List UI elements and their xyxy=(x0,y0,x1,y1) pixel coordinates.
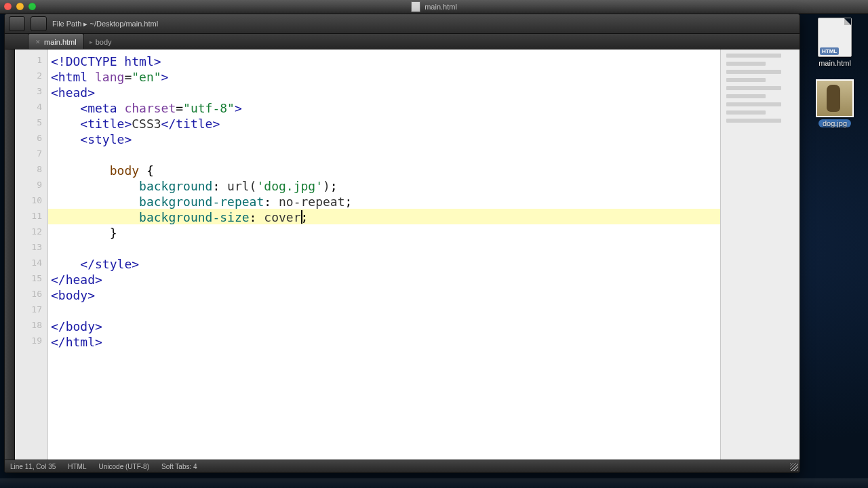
dock[interactable] xyxy=(0,479,868,488)
line-number-gutter[interactable]: 12345678910111213141516171819 xyxy=(15,49,48,460)
editor-tabstrip: ✕ main.html body xyxy=(5,34,800,49)
document-icon xyxy=(411,1,420,12)
code-editor[interactable]: <!DOCTYPE html> <html lang="en"> <head> … xyxy=(48,49,720,460)
status-mode[interactable]: HTML xyxy=(68,463,86,470)
menubar-title: main.html xyxy=(425,3,457,11)
file-path[interactable]: File Path ▸ ~/Desktop/main.html xyxy=(52,20,158,28)
fold-column[interactable] xyxy=(5,49,15,460)
status-indent[interactable]: Soft Tabs: 4 xyxy=(161,463,197,470)
status-line-col[interactable]: Line 11, Col 35 xyxy=(10,463,56,470)
editor-toolbar: File Path ▸ ~/Desktop/main.html xyxy=(5,14,800,34)
image-thumbnail-icon xyxy=(816,79,854,117)
desktop-file-label: main.html xyxy=(818,59,851,67)
minimap[interactable] xyxy=(720,49,800,460)
status-encoding[interactable]: Unicode (UTF-8) xyxy=(99,463,149,470)
editor-body: 12345678910111213141516171819 <!DOCTYPE … xyxy=(5,49,800,460)
resize-handle-icon[interactable] xyxy=(790,463,798,471)
window-traffic-lights xyxy=(4,3,36,10)
nav-button[interactable] xyxy=(31,16,47,31)
breadcrumb-body[interactable]: body xyxy=(84,34,117,49)
close-icon[interactable] xyxy=(4,3,12,10)
tab-close-icon[interactable]: ✕ xyxy=(35,39,41,45)
desktop-file-dog-jpg[interactable]: dog.jpg xyxy=(816,79,854,127)
mac-menubar: main.html xyxy=(0,0,868,14)
zoom-icon[interactable] xyxy=(28,3,36,10)
editor-window: File Path ▸ ~/Desktop/main.html ✕ main.h… xyxy=(4,14,800,473)
desktop-file-main-html[interactable]: HTML main.html xyxy=(818,18,852,67)
tab-main-html[interactable]: ✕ main.html xyxy=(28,33,84,49)
desktop-icons: HTML main.html dog.jpg xyxy=(811,18,859,127)
sidebar-toggle-button[interactable] xyxy=(9,16,25,31)
tab-label: main.html xyxy=(44,38,77,46)
desktop-image-label: dog.jpg xyxy=(818,119,851,127)
minimize-icon[interactable] xyxy=(16,3,24,10)
status-bar: Line 11, Col 35 HTML Unicode (UTF-8) Sof… xyxy=(5,460,800,472)
html-file-icon: HTML xyxy=(818,18,852,57)
